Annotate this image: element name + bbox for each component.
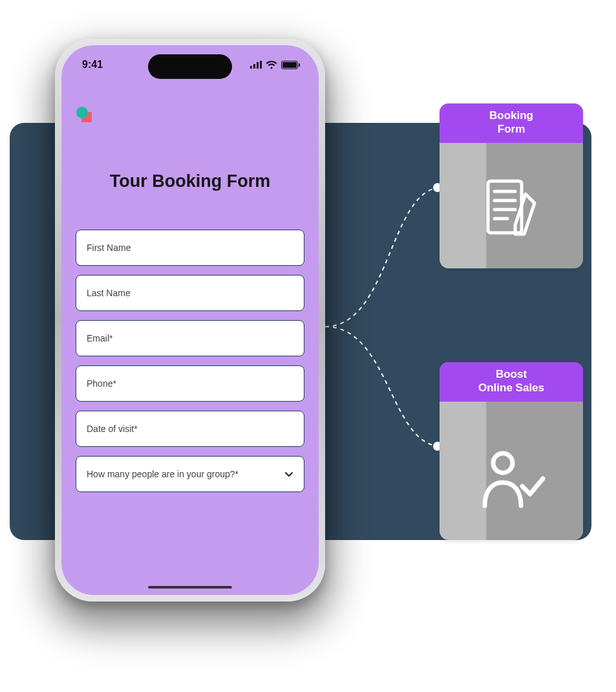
phone-screen: 9:41 Tour Booking Form First Name Last N…: [61, 45, 319, 595]
date-of-visit-field[interactable]: Date of visit*: [76, 411, 304, 447]
group-size-select[interactable]: How many people are in your group?*: [76, 456, 304, 492]
svg-point-6: [493, 453, 513, 473]
cellular-icon: [250, 61, 262, 69]
app-logo-icon: [76, 106, 94, 124]
home-indicator: [148, 586, 232, 589]
field-placeholder: Last Name: [87, 288, 131, 298]
card-title: Boost Online Sales: [440, 362, 583, 402]
card-booking-form[interactable]: Booking Form: [440, 103, 583, 268]
phone-mockup: 9:41 Tour Booking Form First Name Last N…: [55, 39, 325, 601]
field-placeholder: Date of visit*: [87, 424, 138, 434]
last-name-field[interactable]: Last Name: [76, 275, 304, 311]
chevron-down-icon: [284, 470, 293, 479]
field-placeholder: First Name: [87, 243, 131, 253]
form-title: Tour Booking Form: [61, 171, 319, 191]
wifi-icon: [266, 61, 277, 69]
user-check-icon: [476, 446, 547, 511]
card-boost-sales[interactable]: Boost Online Sales: [440, 362, 583, 540]
status-bar: 9:41: [61, 45, 319, 84]
field-placeholder: How many people are in your group?*: [87, 469, 239, 479]
battery-icon: [281, 61, 298, 69]
form-fields: First Name Last Name Email* Phone* Date …: [76, 230, 304, 492]
form-pencil-icon: [479, 175, 544, 239]
phone-field[interactable]: Phone*: [76, 365, 304, 402]
field-placeholder: Email*: [87, 333, 112, 343]
first-name-field[interactable]: First Name: [76, 230, 304, 266]
field-placeholder: Phone*: [87, 378, 116, 389]
email-field[interactable]: Email*: [76, 320, 304, 356]
card-title: Booking Form: [440, 103, 583, 143]
svg-point-8: [76, 107, 88, 118]
status-time: 9:41: [82, 59, 103, 70]
